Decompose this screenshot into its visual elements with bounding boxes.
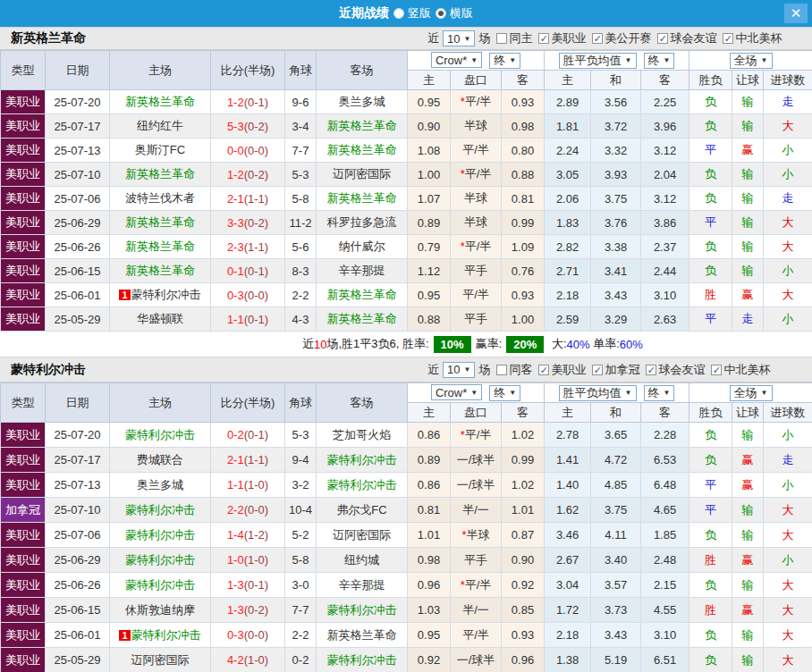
odds-final-select-2[interactable]: 终▼ xyxy=(644,53,675,69)
home-odds-cell: 0.95 xyxy=(408,623,451,648)
result-goals-cell: 大 xyxy=(764,648,812,672)
team-name: 新英格兰革命 xyxy=(11,30,86,46)
radio-checked-icon[interactable] xyxy=(436,8,446,19)
games-count-select[interactable]: 10▼ xyxy=(443,362,475,378)
league-checkbox-0[interactable]: ✓ xyxy=(538,33,549,44)
league-checkbox-3[interactable]: ✓ xyxy=(711,365,722,375)
result-handicap-subheader: 让球 xyxy=(732,71,764,90)
odds-final-select-2[interactable]: 终▼ xyxy=(644,385,675,401)
date-cell: 25-07-06 xyxy=(46,187,110,211)
handicap-cell: 平/半 xyxy=(451,283,502,307)
away-team-name: 蒙特利尔冲击 xyxy=(327,478,397,491)
fulltime-select[interactable]: 全场▼ xyxy=(730,53,773,69)
result-wdl-cell: 平 xyxy=(689,307,732,332)
avg-draw-cell: 3.75 xyxy=(591,498,641,523)
halftime-score: (0-0) xyxy=(244,503,268,517)
close-button[interactable]: ✕ xyxy=(784,4,808,23)
home-team-name: 新英格兰革命 xyxy=(125,264,195,277)
avg-odds-select[interactable]: 胜平负均值▼ xyxy=(559,385,637,401)
table-row: 美职业25-06-15新英格兰革命0-1(0-1)8-3辛辛那提1.12平手0.… xyxy=(1,259,812,283)
halftime-score: (1-0) xyxy=(244,553,268,567)
handicap-text: 平/半 xyxy=(465,428,492,441)
halftime-score: (0-2) xyxy=(244,603,268,617)
home-team-name: 纽约红牛 xyxy=(137,119,183,132)
score-header: 比分(半场) xyxy=(211,383,285,423)
handicap-cell: 半球 xyxy=(451,187,502,211)
result-wdl: 负 xyxy=(705,95,716,108)
page-title: 近期战绩 xyxy=(339,5,389,21)
home-team-cell: 纽约红牛 xyxy=(110,114,211,139)
result-goals: 大 xyxy=(782,578,794,592)
handicap-cell: 一/球半 xyxy=(451,473,502,498)
avg-away-cell: 3.10 xyxy=(641,623,689,648)
radio-horizontal-layout[interactable]: 横版 xyxy=(436,5,473,21)
corners-cell: 7-7 xyxy=(285,598,317,623)
result-wdl-cell: 负 xyxy=(689,423,732,448)
title-group: 近期战绩 竖版 横版 xyxy=(339,5,473,21)
avg-home-cell: 2.24 xyxy=(545,139,591,163)
away-team-cell: 奥兰多城 xyxy=(317,90,408,114)
fulltime-score: 1-4 xyxy=(227,528,244,542)
league-cell: 美职业 xyxy=(1,187,46,211)
fulltime-select[interactable]: 全场▼ xyxy=(730,385,773,401)
league-cell: 美职业 xyxy=(1,139,46,163)
league-cell: 美职业 xyxy=(1,259,46,283)
result-goals-cell: 小 xyxy=(764,139,812,163)
handicap-text: 平手 xyxy=(464,553,487,567)
corners-cell: 8-3 xyxy=(285,259,317,283)
same-venue-label: 同主 xyxy=(509,30,532,46)
avg-odds-select[interactable]: 胜平负均值▼ xyxy=(559,53,637,69)
radio-icon[interactable] xyxy=(393,8,404,19)
odds-final-select-1[interactable]: 终▼ xyxy=(489,53,520,69)
result-goals: 大 xyxy=(782,503,794,517)
result-handicap-cell: 输 xyxy=(732,623,764,648)
league-checkbox-1[interactable]: ✓ xyxy=(592,365,603,375)
filter-matches-label: 场 xyxy=(478,30,490,46)
result-handicap: 走 xyxy=(742,312,754,325)
result-wdl: 负 xyxy=(705,578,716,592)
halftime-score: (0-0) xyxy=(244,144,268,157)
avg-draw-cell: 4.11 xyxy=(591,523,641,548)
fulltime-score: 1-3 xyxy=(227,603,244,617)
result-wdl-cell: 负 xyxy=(689,623,732,648)
result-wdl-cell: 胜 xyxy=(689,548,732,573)
avg-home-cell: 1.72 xyxy=(545,598,591,623)
away-odds-cell: 1.09 xyxy=(502,235,545,259)
avg-draw-cell: 3.73 xyxy=(591,598,641,623)
home-odds-cell: 0.95 xyxy=(408,283,451,307)
corner-header: 角球 xyxy=(285,51,317,90)
halftime-score: (0-1) xyxy=(244,265,268,278)
radio-vertical-layout[interactable]: 竖版 xyxy=(393,5,431,21)
table-row: 美职业25-07-17费城联合2-1(1-1)9-4蒙特利尔冲击0.89一/球半… xyxy=(1,448,812,473)
league-checkbox-1[interactable]: ✓ xyxy=(592,33,603,44)
away-team-cell: 蒙特利尔冲击 xyxy=(317,473,408,498)
odds-source-select[interactable]: Crow*▼ xyxy=(431,52,482,68)
same-venue-checkbox[interactable] xyxy=(496,33,507,44)
same-venue-checkbox[interactable] xyxy=(496,365,507,375)
dropdown-arrow-icon: ▼ xyxy=(664,56,671,64)
home-team-cell: 新英格兰革命 xyxy=(110,211,211,235)
home-odds-cell: 0.95 xyxy=(408,90,451,114)
league-checkbox-0[interactable]: ✓ xyxy=(538,365,549,375)
date-cell: 25-06-26 xyxy=(46,573,110,598)
away-team-name: 新英格兰革命 xyxy=(327,119,397,132)
score-cell: 0-2(0-1) xyxy=(211,423,285,448)
result-wdl-cell: 负 xyxy=(689,448,732,473)
league-checkbox-3[interactable]: ✓ xyxy=(723,33,733,44)
home-team-name: 蒙特利尔冲击 xyxy=(125,553,195,567)
corners-cell: 9-6 xyxy=(285,90,317,114)
halftime-score: (0-1) xyxy=(244,578,268,592)
odds-final-select-1[interactable]: 终▼ xyxy=(489,385,520,401)
handicap-subheader: 盘口 xyxy=(451,403,502,423)
home-team-name: 蒙特利尔冲击 xyxy=(125,528,195,542)
odds-source-select-value: Crow* xyxy=(436,54,467,67)
league-checkbox-2[interactable]: ✓ xyxy=(657,33,668,44)
games-count-select[interactable]: 10▼ xyxy=(443,30,475,46)
league-checkbox-2[interactable]: ✓ xyxy=(646,365,656,375)
result-handicap-cell: 输 xyxy=(732,498,764,523)
red-card-badge: 1 xyxy=(119,290,130,300)
odds-source-select[interactable]: Crow*▼ xyxy=(431,384,482,400)
result-handicap: 输 xyxy=(742,215,754,229)
table-row: 美职业25-07-06蒙特利尔冲击1-4(1-2)5-2迈阿密国际1.01*半球… xyxy=(1,523,812,548)
filter-near-label: 近 xyxy=(427,30,439,46)
